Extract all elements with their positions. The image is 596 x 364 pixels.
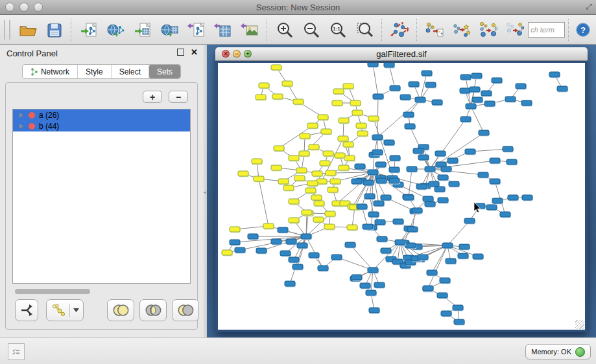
app-title: Session: New Session (0, 3, 596, 12)
main-toolbar: 1:1 ch term ? (0, 15, 596, 45)
tab-network[interactable]: Network (23, 65, 78, 78)
first-neighbors-button[interactable] (474, 17, 501, 42)
network-frame-title: galFiltered.sif (215, 49, 588, 59)
zoom-actual-button[interactable]: 1:1 (325, 17, 352, 42)
table-purple-arrow-icon (213, 21, 233, 39)
nodes-red-arrows-icon (390, 21, 409, 39)
sets-horizontal-scrollbar[interactable] (12, 288, 191, 295)
apply-layout-button[interactable] (386, 17, 412, 42)
remove-set-button[interactable]: − (169, 91, 188, 103)
search-input[interactable]: ch term (528, 22, 565, 38)
extract-network-dropdown-button[interactable] (46, 299, 84, 321)
sets-list: a (26)b (44) (12, 109, 191, 284)
network-to-file-icon (424, 21, 444, 39)
globe-network-icon (106, 21, 125, 39)
open-session-button[interactable] (14, 17, 41, 42)
import-table-url-button[interactable] (156, 17, 182, 42)
doc-table-green-arrow-icon (133, 21, 152, 39)
frame-resize-grip[interactable] (575, 320, 584, 329)
import-network-url-button[interactable] (102, 17, 129, 42)
magnifier-selection-icon (355, 21, 375, 39)
help-icon: ? (575, 22, 591, 38)
add-set-button[interactable]: + (143, 91, 162, 103)
toolbar-grip[interactable] (4, 20, 10, 40)
image-purple-arrow-icon (240, 21, 259, 39)
network-stars-icon (451, 21, 471, 39)
export-image-button[interactable] (237, 17, 263, 42)
faded-network-arrow-icon (505, 21, 524, 39)
intersection-button[interactable] (139, 299, 167, 321)
expand-arrow-icon[interactable] (19, 124, 23, 129)
set-label: a (26) (39, 111, 59, 120)
export-network-button[interactable] (183, 17, 209, 42)
help-button[interactable]: ? (573, 17, 593, 42)
magnifier-1-1-icon: 1:1 (328, 21, 348, 39)
network-tab-icon (30, 68, 38, 76)
set-color-icon (29, 112, 35, 119)
import-network-file-button[interactable] (75, 17, 102, 42)
network-graph (218, 63, 585, 330)
task-list-icon (12, 347, 20, 356)
close-panel-icon[interactable]: ✕ (191, 49, 198, 55)
export-table-button[interactable] (209, 17, 236, 42)
union-button[interactable] (107, 299, 134, 321)
task-monitor-button[interactable] (8, 343, 25, 360)
tab-style[interactable]: Style (78, 65, 112, 78)
save-session-button[interactable] (41, 17, 67, 42)
venn-intersection-icon (144, 304, 162, 317)
statusbar: Memory: OK (0, 337, 596, 364)
network-arrow-network-icon (478, 21, 497, 39)
doc-network-green-arrow-icon (79, 21, 99, 39)
set-color-icon (29, 123, 35, 130)
svg-text:?: ? (580, 25, 586, 35)
network-frame[interactable]: ✕ − + galFiltered.sif (215, 47, 588, 332)
expand-arrow-icon[interactable] (19, 113, 23, 118)
difference-button[interactable] (172, 299, 199, 321)
globe-table-icon (160, 21, 179, 39)
sets-panel: + − a (26)b (44) (5, 82, 198, 330)
venn-difference-icon (176, 304, 195, 317)
memory-label: Memory: OK (531, 348, 571, 356)
tab-select[interactable]: Select (112, 65, 149, 78)
network-canvas[interactable] (218, 63, 585, 330)
zoom-in-button[interactable] (271, 17, 298, 42)
panel-tabs: NetworkStyleSelectSets (22, 64, 181, 79)
set-label: b (44) (39, 122, 59, 131)
magnifier-plus-icon (275, 21, 294, 39)
network-frame-titlebar[interactable]: ✕ − + galFiltered.sif (215, 47, 588, 61)
fullscreen-arrows-icon[interactable]: ⤢ (586, 2, 592, 11)
tab-sets[interactable]: Sets (149, 65, 180, 78)
yellow-network-icon (51, 303, 66, 317)
folder-icon (18, 21, 37, 39)
import-table-file-button[interactable] (129, 17, 156, 42)
network-desktop: ✕ − + galFiltered.sif (207, 45, 596, 337)
memory-ok-icon (575, 347, 585, 357)
magnifier-minus-icon (302, 21, 321, 39)
set-row[interactable]: a (26) (13, 109, 190, 120)
control-panel-title: Control Panel (6, 49, 58, 58)
split-arrows-icon (19, 303, 34, 317)
set-row[interactable]: b (44) (13, 120, 190, 131)
control-panel: Control Panel ✕ NetworkStyleSelectSets +… (0, 45, 203, 337)
memory-status-button[interactable]: Memory: OK (525, 344, 591, 359)
float-panel-icon[interactable] (177, 49, 184, 56)
floppy-icon (45, 21, 64, 39)
new-network-from-selection-button[interactable] (421, 17, 447, 42)
dropdown-arrow-icon (73, 308, 79, 312)
svg-text:1:1: 1:1 (333, 26, 341, 32)
zoom-selected-button[interactable] (352, 17, 378, 42)
zoom-out-button[interactable] (298, 17, 324, 42)
new-network-selected-edges-button[interactable] (447, 17, 474, 42)
app-titlebar: Session: New Session ⤢ (0, 0, 596, 15)
expand-selection-button[interactable] (501, 17, 528, 42)
venn-union-icon (112, 304, 130, 317)
doc-network-purple-arrow-icon (187, 21, 206, 39)
split-arrows-button[interactable] (15, 299, 38, 321)
